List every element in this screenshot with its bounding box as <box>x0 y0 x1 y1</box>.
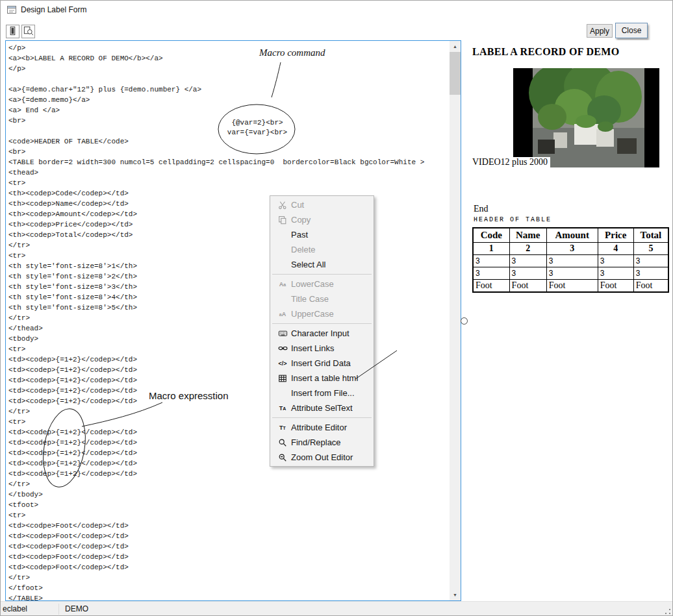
editor-line: <td><codep>Foot</codep></td> <box>8 531 449 541</box>
editor-line: <td><codep>{=1+2}</codep></td> <box>8 386 449 396</box>
editor-line: <th style='font-size=8'>1</th> <box>8 261 449 271</box>
menu-item-label: Zoom Out Editor <box>291 452 353 462</box>
editor-line: </TABLE> <box>8 593 449 600</box>
menu-item-select-all[interactable]: Select All <box>270 257 374 272</box>
editor-line: <th><codep>Code</codep></td> <box>8 188 449 199</box>
status-right: DEMO <box>65 602 88 616</box>
editor-line: </tr> <box>8 573 449 583</box>
apply-button[interactable]: Apply <box>587 24 613 38</box>
copy-icon <box>274 215 291 225</box>
editor-line: </p> <box>8 64 449 74</box>
menu-item-copy: Copy <box>270 212 374 227</box>
keyboard-icon <box>274 328 291 339</box>
magnifier-page-icon <box>23 25 34 38</box>
menu-item-past[interactable]: Past <box>270 227 374 242</box>
menu-item-insert-links[interactable]: Insert Links <box>270 341 374 356</box>
table-icon <box>274 373 291 384</box>
editor-line: </thead> <box>8 323 449 334</box>
menu-item-label: Find/Replace <box>291 437 341 447</box>
table-cell: 3 <box>546 255 598 267</box>
status-divider <box>58 604 59 615</box>
menu-item-label: Character Input <box>291 328 349 338</box>
status-left: eclabel <box>3 602 27 616</box>
preview-title: LABEL A RECORD OF DEMO <box>472 46 619 58</box>
table-data-row: 33333 <box>473 255 668 267</box>
menu-item-delete: Delete <box>270 242 374 257</box>
splitter-handle[interactable] <box>461 317 468 325</box>
menu-item-insert-grid-data[interactable]: </>Insert Grid Data <box>270 356 374 371</box>
context-menu: CutCopyPastDeleteSelect AllAaLowerCaseTi… <box>270 195 374 467</box>
editor-line: <th style='font-size=8'>5</th> <box>8 302 449 313</box>
editor-line: <br> <box>8 116 449 126</box>
table-header-cell: 5 <box>633 243 668 255</box>
menu-item-character-input[interactable]: Character Input <box>270 326 374 341</box>
table-footer-row: FootFootFootFootFoot <box>473 280 668 293</box>
menu-separator <box>272 417 372 418</box>
menu-item-label: Select All <box>291 260 325 269</box>
no-icon <box>274 260 291 270</box>
scroll-thumb[interactable] <box>450 52 461 95</box>
editor-line: <a> End </a> <box>8 105 449 116</box>
magnifier-page-icon-button[interactable] <box>21 25 35 38</box>
uppercase-icon: aA <box>274 309 291 319</box>
editor-line: <br> <box>8 147 449 157</box>
menu-item-lowercase: AaLowerCase <box>270 277 374 291</box>
table-cell: Foot <box>546 280 598 293</box>
preview-table: CodeNameAmountPriceTotal123453333333333F… <box>472 227 669 293</box>
menu-item-label: LowerCase <box>291 279 334 289</box>
no-icon <box>274 294 291 304</box>
editor-line: <th><codep>Total</codep></td> <box>8 230 449 240</box>
table-header-cell: Name <box>509 228 546 243</box>
editor-line: <td><codep>{=1+2}</codep></td> <box>8 375 449 386</box>
table-header-cell: 1 <box>473 243 509 255</box>
resize-grip-icon[interactable] <box>663 607 672 615</box>
table-cell: 3 <box>633 255 668 267</box>
editor-line: </tbody> <box>8 489 449 500</box>
menu-item-label: Title Case <box>291 294 329 304</box>
code-editor[interactable]: </p><a><b>LABEL A RECORD OF DEMO</b></a>… <box>5 40 461 601</box>
editor-line: <td><codep>{=1+2}</codep></td> <box>8 469 449 479</box>
table-cell: 3 <box>546 267 598 280</box>
menu-item-label: Delete <box>291 245 316 254</box>
editor-line: <TABLE border=2 width=300 numcol=5 cellp… <box>8 157 449 167</box>
preview-photo <box>513 68 659 167</box>
menu-item-label: UpperCase <box>291 309 334 319</box>
menu-item-label: Insert a table html <box>291 373 358 383</box>
editor-line: <th style='font-size=8'>3</th> <box>8 282 449 292</box>
editor-line: <td><codpe>Foot</codep></td> <box>8 521 449 531</box>
preview-end-label: End <box>474 204 489 214</box>
table-cell: Foot <box>598 280 633 293</box>
preview-table-caption: HEADER OF TABLE <box>474 216 552 223</box>
table-cell: 3 <box>509 267 546 280</box>
menu-item-cut: Cut <box>270 197 374 212</box>
table-header-cell: 2 <box>509 243 546 255</box>
portrait-page-icon-button[interactable] <box>6 25 19 38</box>
table-cell: Foot <box>633 280 668 293</box>
menu-item-insert-from-file[interactable]: Insert from File... <box>270 386 374 400</box>
menu-item-label: Cut <box>291 200 304 210</box>
table-subheader-row: 12345 <box>473 243 668 255</box>
menu-item-attribute-editor[interactable]: TTAttribute Editor <box>270 420 374 435</box>
menu-item-attribute-seltext[interactable]: TAAttribute SelText <box>270 400 374 415</box>
title-bar: Design Label Form <box>0 0 673 19</box>
editor-line: <td><codep>{=1+2}</codep></td> <box>8 427 449 437</box>
editor-line: <td><codep>{=1+2}</codep></td> <box>8 458 449 469</box>
code-icon: </> <box>274 358 291 369</box>
editor-line: <tr> <box>8 251 449 261</box>
menu-item-find-replace[interactable]: Find/Replace <box>270 435 374 450</box>
link-icon <box>274 343 291 354</box>
table-cell: 3 <box>633 267 668 280</box>
editor-line: <td><codep>{=1+2}</codep></td> <box>8 396 449 406</box>
menu-separator <box>272 323 372 324</box>
editor-line: <th style='font-size=8'>4</th> <box>8 292 449 302</box>
editor-scrollbar[interactable]: ▲ ▼ <box>450 41 461 600</box>
editor-line: <th style='font-size=8'>2</th> <box>8 271 449 282</box>
menu-item-insert-a-table-html[interactable]: Insert a table html <box>270 371 374 386</box>
menu-separator <box>272 274 372 275</box>
close-button[interactable]: Close <box>615 23 648 38</box>
table-data-row: 33333 <box>473 267 668 280</box>
scroll-down-button[interactable]: ▼ <box>450 589 461 600</box>
editor-line: <td><codep>{=1+2}</codep></td> <box>8 354 449 365</box>
scroll-up-button[interactable]: ▲ <box>450 41 461 52</box>
menu-item-zoom-out-editor[interactable]: Zoom Out Editor <box>270 450 374 465</box>
